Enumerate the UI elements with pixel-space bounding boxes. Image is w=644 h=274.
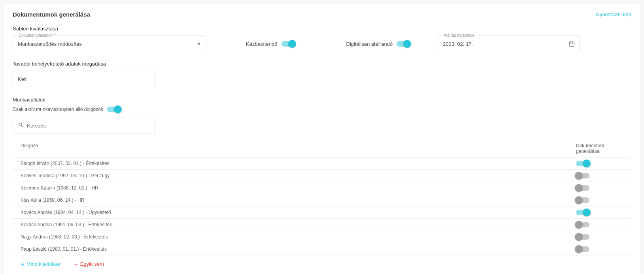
select-none-label: Egyik sem — [80, 261, 104, 267]
generate-toggle[interactable] — [576, 246, 589, 252]
col-generate-header: Dokumentum generálása — [576, 143, 623, 154]
select-none-link[interactable]: − Egyik sem — [74, 261, 104, 267]
generate-toggle-cell — [576, 246, 623, 252]
sign-toggle-label: Digitálisan aláírandó — [346, 41, 393, 47]
employee-name: Kovács Angéla (1991. 06. 03.) - Értékesí… — [21, 222, 576, 227]
table-row: Kiss Attila (1959. 06. 24.) - HR — [13, 194, 631, 206]
generate-toggle[interactable] — [576, 222, 589, 227]
generate-toggle[interactable] — [576, 197, 589, 203]
generate-toggle-cell — [576, 210, 623, 215]
svg-rect-0 — [569, 42, 574, 46]
template-row: Dokumentumsablon * ▼ Kézbesítendő Digitá… — [13, 36, 631, 52]
generate-toggle-cell — [576, 197, 623, 203]
table-row: Papp László (1980. 01. 01.) - Értékesíté… — [13, 243, 631, 255]
generate-toggle[interactable] — [576, 185, 589, 191]
sign-toggle-wrap: Digitálisan aláírandó — [346, 41, 410, 47]
signature-deadline-field[interactable]: Aláírás határideje — [438, 36, 580, 52]
table-row: Kovács András (1984. 04. 14.) - Ügyvezet… — [13, 206, 631, 218]
minus-icon: − — [74, 261, 78, 267]
signature-deadline-label: Aláírás határideje — [442, 33, 476, 38]
substitution-input[interactable] — [18, 76, 150, 82]
employee-search-field[interactable] — [13, 118, 155, 133]
generate-toggle[interactable] — [576, 161, 589, 166]
col-employee-header: Dolgozó — [21, 143, 576, 148]
svg-line-5 — [21, 126, 23, 127]
generate-toggle-cell — [576, 222, 623, 227]
substitution-field[interactable] — [13, 71, 155, 87]
template-section-label: Sablon kiválasztása — [13, 26, 631, 32]
template-field-label: Dokumentumsablon * — [17, 33, 58, 38]
employee-name: Balogh István (2007. 03. 01.) - Értékesí… — [21, 161, 576, 166]
generate-toggle-cell — [576, 173, 623, 178]
deliver-toggle-label: Kézbesítendő — [246, 41, 278, 47]
generate-toggle-cell — [576, 185, 623, 191]
employee-name: Papp László (1980. 01. 01.) - Értékesíté… — [21, 246, 576, 252]
document-generate-card: Dokumentumok generálása Nyomtatási kép S… — [4, 4, 640, 274]
deliver-toggle[interactable] — [281, 41, 295, 47]
employees-table: Dolgozó Dokumentum generálása Balogh Ist… — [13, 140, 631, 255]
substitution-label: További behelyettesítő adatok megadása — [13, 61, 631, 67]
generate-toggle[interactable] — [576, 234, 589, 240]
table-row: Kedves Teodóra (1992. 06. 10.) - Pénzügy — [13, 169, 631, 182]
employees-section-label: Munkavállalók — [13, 97, 631, 103]
template-select[interactable]: Dokumentumsablon * ▼ — [13, 36, 206, 52]
table-header: Dolgozó Dokumentum generálása — [13, 140, 631, 157]
svg-point-4 — [19, 123, 22, 126]
employee-name: Kelemen Katalin (1986. 12. 01.) - HR — [21, 185, 576, 191]
employee-name: Kedves Teodóra (1992. 06. 10.) - Pénzügy — [21, 173, 576, 178]
active-only-label: Csak aktív munkaviszonyban álló dolgozók — [13, 107, 103, 112]
calendar-icon[interactable] — [568, 41, 575, 47]
table-row: Kelemen Katalin (1986. 12. 01.) - HR — [13, 182, 631, 194]
bulk-actions: + Mind kijelölése − Egyik sem — [13, 255, 631, 267]
template-select-value[interactable] — [18, 41, 194, 47]
generate-toggle-cell — [576, 161, 623, 166]
employee-name: Nagy András (1988. 02. 03.) - Értékesíté… — [21, 234, 576, 240]
chevron-down-icon: ▼ — [197, 41, 201, 46]
employee-name: Kiss Attila (1959. 06. 24.) - HR — [21, 197, 576, 203]
select-all-link[interactable]: + Mind kijelölése — [21, 261, 60, 267]
signature-deadline-input[interactable] — [443, 41, 565, 47]
sign-toggle[interactable] — [397, 41, 410, 47]
print-preview-link[interactable]: Nyomtatási kép — [596, 11, 631, 17]
generate-toggle[interactable] — [576, 210, 589, 215]
search-icon — [18, 122, 24, 129]
table-row: Balogh István (2007. 03. 01.) - Értékesí… — [13, 157, 631, 169]
generate-toggle-cell — [576, 234, 623, 240]
employee-name: Kovács András (1984. 04. 14.) - Ügyvezet… — [21, 210, 576, 215]
active-only-toggle[interactable] — [107, 107, 121, 112]
employee-search-input[interactable] — [27, 123, 150, 129]
generate-toggle[interactable] — [576, 173, 589, 178]
active-only-row: Csak aktív munkaviszonyban álló dolgozók — [13, 107, 631, 112]
plus-icon: + — [21, 261, 24, 267]
deliver-toggle-wrap: Kézbesítendő — [246, 41, 295, 47]
select-all-label: Mind kijelölése — [26, 261, 60, 267]
table-row: Nagy András (1988. 02. 03.) - Értékesíté… — [13, 231, 631, 243]
page-title: Dokumentumok generálása — [13, 11, 90, 18]
header-row: Dokumentumok generálása Nyomtatási kép — [13, 11, 631, 18]
table-row: Kovács Angéla (1991. 06. 03.) - Értékesí… — [13, 218, 631, 231]
